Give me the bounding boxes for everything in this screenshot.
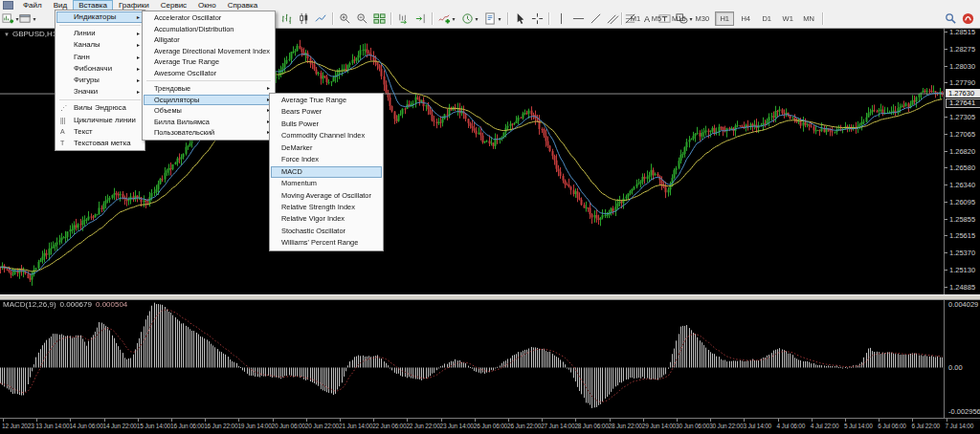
insert-menu-item-cycle-lines[interactable]: |||Цикличные линии xyxy=(56,115,144,126)
menubar-item-file[interactable]: Файл xyxy=(17,0,48,11)
cursor-button[interactable] xyxy=(511,11,528,26)
timeframe-m15-button[interactable]: M15 xyxy=(668,11,690,26)
time-tick-mark xyxy=(373,419,374,422)
indicators-menu-item-awesome-oscillator[interactable]: Awesome Oscillator xyxy=(144,68,274,79)
indicators-menu-item-volumes[interactable]: Объемы► xyxy=(144,105,274,117)
oscillators-menu-item-macd[interactable]: MACD xyxy=(271,166,382,178)
oscillators-menu-item-bears-power[interactable]: Bears Power xyxy=(271,106,382,118)
insert-menu-item-text-label[interactable]: TТекстовая метка xyxy=(56,138,144,149)
menubar-item-help[interactable]: Справка xyxy=(222,0,263,11)
oscillators-menu-item-wpr[interactable]: Williams' Percent Range xyxy=(271,237,382,249)
oscillators-menu-item-rvi[interactable]: Relative Vigor Index xyxy=(271,213,382,225)
oscillators-menu-item-momentum[interactable]: Momentum xyxy=(271,178,382,189)
insert-menu-item-shapes[interactable]: Фигуры► xyxy=(56,75,144,86)
timeframe-d1-button[interactable]: D1 xyxy=(757,11,776,26)
auto-scroll-button[interactable] xyxy=(394,11,412,26)
time-tick-label: 29 Jun 14:00 xyxy=(642,423,676,429)
indicators-menu-item-accumulation-distribution[interactable]: Accumulation/Distribution xyxy=(144,24,274,35)
periods-button[interactable]: ▾ xyxy=(458,11,481,26)
insert-menu-item-channels[interactable]: Каналы► xyxy=(56,39,144,51)
zoom-in-button[interactable] xyxy=(336,11,353,26)
crosshair-button[interactable] xyxy=(528,11,546,26)
text-label-icon: T xyxy=(60,138,64,149)
oscillators-menu-item-osma[interactable]: Moving Average of Oscillator xyxy=(271,190,382,202)
candlestick-chart-button[interactable] xyxy=(295,11,312,26)
time-tick-mark xyxy=(845,419,846,422)
indicators-menu-item-trend[interactable]: Трендовые► xyxy=(144,83,274,95)
menubar-item-tools[interactable]: Сервис xyxy=(155,0,192,11)
tile-windows-button[interactable] xyxy=(370,11,388,26)
oscillators-menu-item-cci[interactable]: Commodity Channel Index xyxy=(271,130,382,141)
time-axis[interactable]: 12 Jun 202313 Jun 14:0014 Jun 06:0014 Ju… xyxy=(0,418,980,434)
menu-item-label: Линии xyxy=(74,29,96,37)
oscillators-menu-item-stochastic[interactable]: Stochastic Oscillator xyxy=(271,226,382,237)
search-icon[interactable] xyxy=(942,11,959,26)
menu-separator xyxy=(59,99,141,100)
insert-menu-item-symbols[interactable]: Значки► xyxy=(56,86,144,98)
timeframe-w1-button[interactable]: W1 xyxy=(778,11,797,26)
add-indicator-button[interactable]: ▾ xyxy=(435,11,458,26)
time-tick-label: 28 Jun 22:00 xyxy=(609,423,642,429)
timeframe-m1-button[interactable]: M1 xyxy=(626,11,645,26)
oscillators-menu-item-atr[interactable]: Average True Range xyxy=(271,95,382,106)
bar-chart-button[interactable] xyxy=(278,11,295,26)
menu-item-label: Значки xyxy=(74,87,98,96)
timeframe-h1-button[interactable]: H1 xyxy=(715,11,734,26)
time-tick-label: 13 Jun 14:00 xyxy=(35,423,69,429)
time-tick-mark xyxy=(273,419,274,422)
oscillators-menu-item-rsi[interactable]: Relative Strength Index xyxy=(271,202,382,213)
time-tick-label: 20 Jun 22:00 xyxy=(305,423,339,429)
timeframe-m5-button[interactable]: M5 xyxy=(647,11,666,26)
metatrader-window: ФайлВидВставкаГрафикиСервисОкноСправка ▾… xyxy=(0,0,980,434)
time-tick-mark xyxy=(542,419,543,422)
menubar-item-window[interactable]: Окно xyxy=(192,0,222,11)
indicators-menu-item-alligator[interactable]: Alligator xyxy=(144,34,274,46)
insert-menu-item-gann[interactable]: Ганн► xyxy=(56,52,144,63)
insert-menu-item-andrews-pitchfork[interactable]: ⋰Вилы Эндрюса xyxy=(56,102,144,114)
menu-item-label: Пользовательский xyxy=(154,128,214,137)
indicators-menu-item-adx[interactable]: Average Directional Movement Index xyxy=(144,46,274,57)
timeframe-h4-button[interactable]: H4 xyxy=(736,11,755,26)
price-axis[interactable]: 1.27630 1.27641 0.004029 0.00 -0.002956 … xyxy=(944,28,980,418)
insert-menu-item-indicators[interactable]: Индикаторы► xyxy=(56,11,144,23)
menu-item-label: Moving Average of Oscillator xyxy=(281,191,371,200)
new-chart-button[interactable]: ▾ xyxy=(2,11,19,26)
price-tick-label: 1.28030 xyxy=(949,62,975,71)
community-icon[interactable] xyxy=(959,11,976,26)
chart-shift-button[interactable] xyxy=(412,11,429,26)
price-tick-label: 1.28275 xyxy=(949,45,975,54)
line-chart-button[interactable] xyxy=(312,11,329,26)
indicators-menu-item-oscillators[interactable]: Осцилляторы► xyxy=(144,95,274,106)
time-tick-mark xyxy=(171,419,172,422)
submenu-arrow-icon: ► xyxy=(136,63,141,75)
insert-menu-item-text[interactable]: AТекст xyxy=(56,126,144,138)
oscillators-menu-item-demarker[interactable]: DeMarker xyxy=(271,142,382,154)
price-tick-label: 1.26095 xyxy=(949,198,975,206)
time-tick-label: 27 Jun 14:00 xyxy=(541,423,574,429)
horizontal-line-button[interactable] xyxy=(569,11,587,26)
oscillators-menu-item-bulls-power[interactable]: Bulls Power xyxy=(271,119,382,130)
window-splitter[interactable] xyxy=(0,294,980,300)
indicators-menu-item-bill-williams[interactable]: Билла Вильямса► xyxy=(144,117,274,128)
time-tick-label: 4 Jul 22:00 xyxy=(811,423,839,429)
time-tick-label: 14 Jun 06:00 xyxy=(69,423,102,429)
app-icon xyxy=(3,1,13,10)
menu-item-label: Каналы xyxy=(74,40,100,49)
menu-item-label: Цикличные линии xyxy=(74,116,136,124)
profiles-button[interactable]: ▾ xyxy=(19,11,36,26)
timeframe-mn-button[interactable]: MN xyxy=(799,11,818,26)
trendline-button[interactable] xyxy=(587,11,604,26)
timeframe-m30-button[interactable]: M30 xyxy=(692,11,714,26)
vertical-line-button[interactable] xyxy=(552,11,569,26)
indicators-menu-item-atr[interactable]: Average True Range xyxy=(144,56,274,68)
insert-menu-item-lines[interactable]: Линии► xyxy=(56,28,144,39)
insert-menu-item-fibonacci[interactable]: Фибоначчи► xyxy=(56,63,144,75)
oscillators-menu-item-force-index[interactable]: Force Index xyxy=(271,154,382,165)
zoom-out-button[interactable] xyxy=(353,11,370,26)
indicators-menu-item-custom[interactable]: Пользовательский► xyxy=(144,127,274,139)
price-tick-mark xyxy=(945,151,947,152)
indicators-menu-item-accelerator-oscillator[interactable]: Accelerator Oscillator xyxy=(144,12,274,24)
templates-button[interactable]: ▾ xyxy=(481,11,504,26)
menu-item-label: Awesome Oscillator xyxy=(154,69,216,77)
menu-item-label: Relative Vigor Index xyxy=(281,214,345,223)
